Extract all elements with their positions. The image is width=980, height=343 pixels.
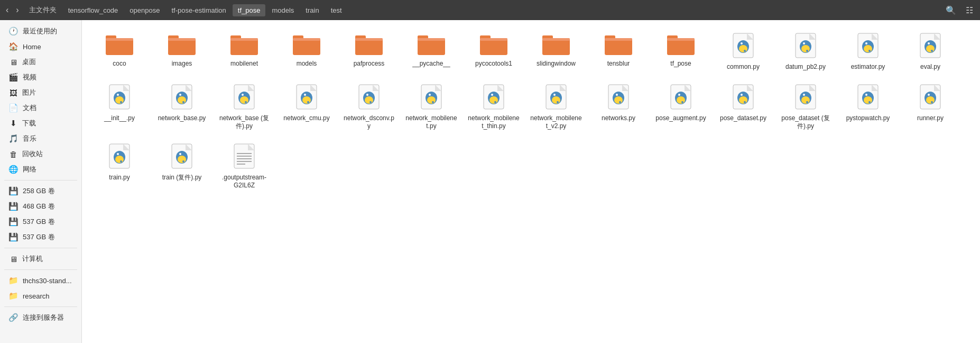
sidebar-item-12[interactable]: 💾537 GB 卷 bbox=[2, 214, 79, 229]
svg-point-107 bbox=[619, 101, 621, 103]
svg-rect-156 bbox=[237, 164, 245, 165]
sidebar-item-13[interactable]: 💾537 GB 卷 bbox=[2, 230, 79, 245]
file-item[interactable]: train (复件).py bbox=[153, 139, 211, 194]
breadcrumb-tab-openpose[interactable]: openpose bbox=[124, 4, 165, 16]
svg-point-100 bbox=[553, 94, 556, 96]
breadcrumb-tab-主文件夹[interactable]: 主文件夹 bbox=[24, 3, 62, 17]
file-item[interactable]: network_mobilenet_v2.py bbox=[527, 80, 585, 135]
sidebar-item-17[interactable]: 🔗连接到服务器 bbox=[2, 310, 79, 325]
sidebar-item-0[interactable]: 🕐最近使用的 bbox=[2, 24, 79, 39]
sidebar-icon-10: 💾 bbox=[8, 186, 19, 196]
file-item[interactable]: pycocotools1 bbox=[465, 29, 523, 76]
sidebar-label-14: 计算机 bbox=[22, 254, 43, 264]
file-item[interactable]: network_base (复件).py bbox=[215, 80, 273, 135]
svg-point-130 bbox=[865, 94, 867, 96]
breadcrumb-tab-tf_pose[interactable]: tf_pose bbox=[233, 4, 266, 16]
svg-point-137 bbox=[931, 101, 933, 103]
sidebar-item-2[interactable]: 🖥桌面 bbox=[2, 55, 79, 69]
svg-point-41 bbox=[806, 50, 808, 52]
file-item-label: runner.py bbox=[917, 114, 944, 123]
sidebar-item-11[interactable]: 💾468 GB 卷 bbox=[2, 199, 79, 214]
file-item[interactable]: pafprocess bbox=[340, 29, 398, 76]
file-item[interactable]: coco bbox=[90, 29, 149, 76]
folder-icon bbox=[667, 33, 695, 57]
python-icon bbox=[920, 33, 941, 60]
file-item[interactable]: train.py bbox=[90, 139, 149, 194]
file-item-label: coco bbox=[113, 60, 126, 68]
sidebar-item-14[interactable]: 🖥计算机 bbox=[2, 251, 79, 266]
svg-point-136 bbox=[928, 94, 930, 96]
svg-point-57 bbox=[115, 96, 124, 104]
svg-rect-152 bbox=[237, 153, 252, 154]
file-item[interactable]: tf_pose bbox=[652, 29, 710, 76]
file-item[interactable]: common.py bbox=[714, 29, 772, 76]
file-item[interactable]: estimator.py bbox=[839, 29, 897, 76]
back-button[interactable]: ‹ bbox=[3, 4, 11, 16]
sidebar-item-9[interactable]: 🌐网络 bbox=[2, 162, 79, 177]
file-item[interactable]: __init__.py bbox=[90, 80, 149, 135]
forward-button[interactable]: › bbox=[13, 4, 21, 16]
file-item[interactable]: models bbox=[278, 29, 336, 76]
file-item[interactable]: __pycache__ bbox=[402, 29, 460, 76]
sidebar-icon-15: 📁 bbox=[8, 276, 19, 285]
file-item[interactable]: pose_augment.py bbox=[652, 80, 710, 135]
svg-point-124 bbox=[803, 94, 805, 96]
sidebar-item-16[interactable]: 📁research bbox=[2, 288, 79, 303]
file-item[interactable]: tensblur bbox=[589, 29, 648, 76]
sidebar-item-4[interactable]: 🖼图片 bbox=[2, 85, 79, 100]
file-item[interactable]: runner.py bbox=[901, 80, 959, 135]
folder-icon bbox=[480, 33, 507, 57]
svg-point-95 bbox=[494, 101, 496, 103]
sidebar-item-10[interactable]: 💾258 GB 卷 bbox=[2, 184, 79, 198]
file-item-label: images bbox=[172, 60, 192, 68]
python-icon bbox=[920, 84, 941, 111]
view-toggle-button[interactable]: ☷ bbox=[962, 3, 977, 17]
file-item[interactable]: mobilenet bbox=[215, 29, 273, 76]
file-item[interactable]: pystopwatch.py bbox=[839, 80, 897, 135]
python-icon bbox=[483, 84, 504, 111]
breadcrumb-tab-models[interactable]: models bbox=[266, 4, 299, 16]
sidebar-label-12: 537 GB 卷 bbox=[23, 217, 55, 227]
file-item[interactable]: pose_dataset.py bbox=[714, 80, 772, 135]
python-icon bbox=[857, 33, 879, 60]
sidebar-label-2: 桌面 bbox=[22, 57, 36, 67]
breadcrumb-tab-train[interactable]: train bbox=[300, 4, 324, 16]
file-item[interactable]: network_mobilenet_thin.py bbox=[465, 80, 523, 135]
sidebar-item-3[interactable]: 🎬视频 bbox=[2, 70, 79, 85]
sidebar-icon-3: 🎬 bbox=[8, 73, 19, 82]
sidebar-item-1[interactable]: 🏠Home bbox=[2, 39, 79, 54]
python-icon bbox=[795, 84, 816, 111]
svg-point-113 bbox=[681, 101, 683, 103]
file-item[interactable]: pose_dataset (复件).py bbox=[776, 80, 835, 135]
file-item[interactable]: network_mobilenet.py bbox=[402, 80, 460, 135]
toolbar: ‹ › 主文件夹tensorflow_codeopenposetf-pose-e… bbox=[0, 0, 980, 20]
file-item[interactable]: eval.py bbox=[901, 29, 959, 76]
sidebar-item-6[interactable]: ⬇下载 bbox=[2, 116, 79, 131]
file-item[interactable]: datum_pb2.py bbox=[776, 29, 835, 76]
svg-point-59 bbox=[120, 101, 122, 103]
file-item[interactable]: networks.py bbox=[589, 80, 648, 135]
sidebar-item-8[interactable]: 🗑回收站 bbox=[2, 147, 79, 161]
svg-point-119 bbox=[744, 101, 746, 103]
file-item[interactable]: slidingwindow bbox=[527, 29, 585, 76]
svg-rect-8 bbox=[230, 38, 258, 41]
breadcrumb-tab-tf-pose-estimation[interactable]: tf-pose-estimation bbox=[166, 4, 231, 16]
file-item-label: .goutputstream-G2IL6Z bbox=[218, 174, 270, 190]
file-item[interactable]: images bbox=[153, 29, 211, 76]
sidebar-item-7[interactable]: 🎵音乐 bbox=[2, 131, 79, 146]
svg-point-70 bbox=[242, 94, 244, 96]
svg-rect-2 bbox=[106, 38, 133, 41]
breadcrumb-tab-tensorflow_code[interactable]: tensorflow_code bbox=[63, 4, 124, 16]
sidebar-item-5[interactable]: 📄文档 bbox=[2, 101, 79, 115]
python-icon bbox=[296, 84, 317, 111]
breadcrumb-tab-test[interactable]: test bbox=[326, 4, 347, 16]
svg-point-149 bbox=[182, 160, 184, 163]
folder-icon bbox=[168, 33, 196, 57]
file-item[interactable]: network_base.py bbox=[153, 80, 211, 135]
search-button[interactable]: 🔍 bbox=[942, 3, 960, 17]
svg-point-105 bbox=[614, 96, 623, 104]
file-item[interactable]: network_cmu.py bbox=[278, 80, 336, 135]
file-item[interactable]: .goutputstream-G2IL6Z bbox=[215, 139, 273, 194]
file-item[interactable]: network_dsconv.py bbox=[340, 80, 398, 135]
sidebar-item-15[interactable]: 📁thchs30-stand... bbox=[2, 273, 79, 288]
